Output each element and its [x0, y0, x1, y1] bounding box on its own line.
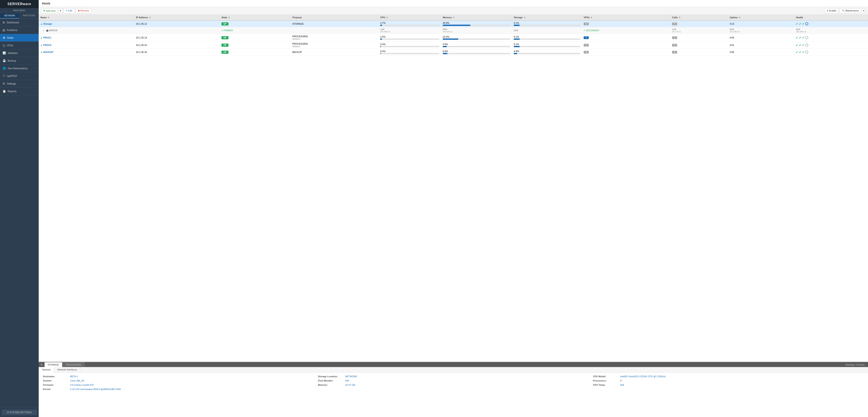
sidebar-item-backup[interactable]: 💾 Backup › [0, 57, 39, 65]
table-row[interactable]: ▲ Storage 10.1.35.12 UP STORAGE 2.7% 40.… [39, 21, 868, 27]
statistics-icon: 📊 [3, 52, 6, 55]
mirror-cell-uptime: RAN 192.168.3.3 [728, 27, 794, 34]
health-ok-icon: ✔ [802, 22, 805, 26]
hosts-table: Name ⇅ IP Address ⇅ State ⇅ Purpose CPU … [39, 15, 868, 56]
col-calls[interactable]: Calls ⇅ [670, 15, 728, 21]
host-name-storage[interactable]: Storage [43, 23, 52, 25]
chevron-right-icon-settings: › [35, 83, 36, 85]
col-cpu[interactable]: CPU ⇅ [378, 15, 441, 21]
bottom-tab-storage[interactable]: STORAGE [44, 362, 62, 367]
main-content: Hosts ✚ Add Host ▾ ✎ Edit ✖ Remove ✔ Ena… [39, 0, 868, 417]
detail-tab-network-interfaces[interactable]: Network Interfaces [54, 367, 81, 372]
cell-calls: 0 [670, 49, 728, 56]
edit-button[interactable]: ✎ Edit [63, 8, 74, 13]
mirror-cell-name: ↳ ⬤ MIRROR [39, 27, 134, 34]
cell-memory: 5.9% [441, 41, 512, 49]
mirror-cell-vpss: ✔ SECONDARY [582, 27, 670, 34]
detail-row-kernel: Kernel: 5.15.133-commsware-00014-gb2ffe0… [43, 388, 864, 390]
col-purpose[interactable]: Purpose [290, 15, 378, 21]
plus-icon: ✚ [43, 9, 45, 12]
hosts-table-area: Name ⇅ IP Address ⇅ State ⇅ Purpose CPU … [39, 15, 868, 362]
sidebar-item-vpss[interactable]: ◫ VPSs [0, 42, 39, 49]
cell-state: UP [220, 21, 291, 27]
cell-uptime: 3:56 [728, 49, 794, 56]
sidebar-item-reports[interactable]: 📋 Reports › [0, 88, 39, 95]
cell-purpose: PROCESSINGNetwork [290, 41, 378, 49]
maintenance-dropdown[interactable]: ▾ [862, 8, 866, 13]
tab-network[interactable]: NETWORK [0, 13, 19, 19]
mirror-row: ↳ ⬤ MIRROR ✔ PRIMARY LAN 192.168.3.2 RAN… [39, 27, 868, 34]
cell-storage: 9.1% [512, 21, 582, 27]
state-badge-up: UP [221, 43, 229, 47]
detail-row-memory: Memory: 15.47 GB [318, 384, 589, 386]
mirror-arrow-icon: ↳ [43, 29, 44, 32]
table-row[interactable]: ▲ BACKUP 10.1.35.16 UP BACKUP 0.4% 6.6% [39, 49, 868, 56]
toolbar: ✚ Add Host ▾ ✎ Edit ✖ Remove ✔ Enable 🔧 … [39, 7, 868, 15]
chevron-right-icon-geo: › [35, 67, 36, 69]
detail-tab-general[interactable]: General [39, 367, 54, 373]
storage-location-value: NETWORK [345, 375, 357, 378]
bottom-tab-processing[interactable]: PROCESSING [63, 362, 85, 367]
health-ok-icon: ✔ [802, 51, 805, 54]
sidebar-label-geo: Geo-Redundancy [8, 67, 35, 70]
geo-icon: 🌐 [3, 67, 6, 70]
remove-button[interactable]: ✖ Remove [75, 8, 91, 13]
host-name-proc1[interactable]: PROC1 [43, 36, 52, 39]
sidebar-item-statistics[interactable]: 📊 Statistics [0, 49, 39, 57]
sidebar-item-hosts[interactable]: 🖥 Hosts [0, 34, 39, 42]
up-arrow-icon: ▲ [40, 51, 43, 53]
cell-purpose: BACKUP [290, 49, 378, 56]
tab-partitions[interactable]: PARTITIONS [19, 13, 39, 19]
col-health[interactable]: Health [794, 15, 868, 21]
host-name-proc2[interactable]: PROC2 [43, 44, 52, 46]
system-settings-button[interactable]: ⚙ SYSTEM SETTINGS [2, 410, 37, 415]
cell-purpose: PROCESSINGNetwork [290, 34, 378, 41]
hostname-label: Hostname: [43, 375, 68, 378]
main-menu-label: MAIN MENU [0, 8, 39, 13]
sidebar-item-sipprot[interactable]: 🛡 sipPROT [0, 72, 39, 80]
health-ok-icon: ✔ [799, 22, 802, 26]
memory-label: Memory: [318, 384, 343, 386]
col-name[interactable]: Name ⇅ [39, 15, 134, 21]
table-row[interactable]: ▲ PROC2 10.1.35.15 UP PROCESSINGNetwork … [39, 41, 868, 49]
cell-memory: 40.8% [441, 21, 512, 27]
primary-badge: ✔ PRIMARY [221, 29, 234, 32]
maintenance-button[interactable]: 🔧 Maintenance [839, 8, 861, 13]
col-state[interactable]: State ⇅ [220, 15, 291, 21]
cell-uptime: 4:01 [728, 41, 794, 49]
col-ip[interactable]: IP Address ⇅ [134, 15, 220, 21]
state-badge-up: UP [221, 51, 229, 54]
app-title: SERVERware [0, 0, 39, 8]
health-circle-icon [805, 43, 808, 46]
add-host-dropdown[interactable]: ▾ [59, 8, 62, 13]
state-badge-up: UP [221, 36, 229, 39]
processors-value: 4 [620, 379, 621, 382]
col-storage[interactable]: Storage ⇅ [512, 15, 582, 21]
pool-member-label: Pool Member: [318, 379, 343, 382]
system-value: Linux x86_64 [70, 379, 84, 382]
col-uptime[interactable]: Uptime ⇅ [728, 15, 794, 21]
cell-name: ▲ Storage [39, 21, 134, 27]
sidebar-item-dashboard[interactable]: ⊞ Dashboard [0, 19, 39, 26]
cpu-temp-value: N/A [620, 384, 624, 386]
col-memory[interactable]: Memory ⇅ [441, 15, 512, 21]
enable-button[interactable]: ✔ Enable [824, 8, 839, 13]
health-ok-icon: ✔ [796, 36, 798, 39]
add-host-button[interactable]: ✚ Add Host [41, 8, 58, 13]
firmware-value: 4.6.0-beta.1+build.478 [70, 384, 94, 386]
sidebar-item-partitions[interactable]: ▤ Partitions [0, 26, 39, 34]
cell-health: ✔ ✔ ✔ [794, 41, 868, 49]
gear-icon-bottom: ⚙ [40, 363, 43, 366]
cell-ip: 10.1.35.14 [134, 34, 220, 41]
mirror-cell-state: ✔ PRIMARY [220, 27, 291, 34]
sidebar-item-geo-redundancy[interactable]: 🌐 Geo-Redundancy › [0, 65, 39, 72]
table-row[interactable]: ▲ PROC1 10.1.35.14 UP PROCESSINGNetwork … [39, 34, 868, 41]
sidebar-item-settings[interactable]: ⚙ Settings › [0, 80, 39, 88]
bottom-panel: ⚙ STORAGE PROCESSING Showing: 4 item(s) … [39, 362, 868, 417]
sidebar-label-statistics: Statistics [8, 52, 36, 55]
cell-cpu: 2.5% [378, 34, 441, 41]
page-title: Hosts [39, 0, 868, 7]
host-name-backup[interactable]: BACKUP [43, 51, 53, 53]
col-vpss[interactable]: VPSs ⇅ [582, 15, 670, 21]
health-circle-icon [805, 22, 808, 25]
